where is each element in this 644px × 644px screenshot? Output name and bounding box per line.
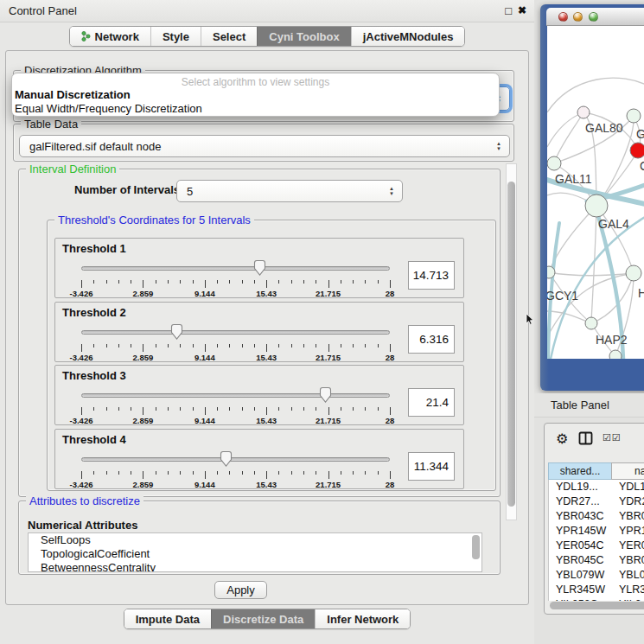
cell-shared-name[interactable]: YLR345W: [549, 583, 613, 597]
column-header-name[interactable]: na: [611, 462, 644, 480]
cell-name[interactable]: YIL0: [613, 597, 644, 601]
attribute-list-item[interactable]: SelfLoops: [29, 533, 481, 547]
cell-name[interactable]: YER0: [613, 539, 644, 553]
slider-thumb[interactable]: [219, 450, 233, 468]
table-row[interactable]: YBR045C YBR0: [549, 553, 644, 568]
threshold-value-field[interactable]: 21.4: [408, 388, 455, 417]
slider-thumb[interactable]: [318, 386, 333, 404]
tick-mark: [242, 280, 243, 284]
slider-track[interactable]: [81, 457, 390, 462]
tab-discretize-data[interactable]: Discretize Data: [211, 609, 315, 628]
tick-mark: [303, 344, 304, 348]
slider-ticks: [81, 280, 390, 288]
tab-label: Infer Network: [327, 613, 399, 626]
threshold-slider[interactable]: -3.4262.8599.14415.4321.71528: [81, 259, 390, 297]
network-node[interactable]: [609, 350, 622, 359]
cell-name[interactable]: YBR0: [613, 553, 644, 568]
cell-shared-name[interactable]: YBR045C: [549, 553, 613, 568]
tick-mark: [328, 280, 329, 288]
network-node[interactable]: [547, 156, 561, 170]
attribute-list-item[interactable]: BetweennessCentrality: [29, 561, 481, 572]
tab-cyni-toolbox[interactable]: Cyni Toolbox: [257, 27, 350, 46]
cell-name[interactable]: YDR2: [613, 494, 644, 509]
table-row[interactable]: YIL052C YIL0: [549, 597, 644, 601]
table-row[interactable]: YDR27... YDR2: [549, 494, 644, 509]
network-node[interactable]: [547, 266, 555, 278]
float-window-icon[interactable]: □: [505, 0, 512, 22]
tick-mark: [328, 344, 329, 352]
control-panel: Control Panel □ ✖ Network Style Select C…: [0, 0, 534, 644]
table-row[interactable]: YLR345W YLR3: [549, 583, 644, 597]
tab-network[interactable]: Network: [70, 27, 150, 46]
cell-name[interactable]: YDL1: [613, 480, 644, 494]
cell-shared-name[interactable]: YER054C: [549, 539, 613, 553]
cell-shared-name[interactable]: YDL19...: [549, 480, 613, 494]
network-edge[interactable]: [547, 78, 644, 112]
cell-shared-name[interactable]: YPR145W: [549, 524, 613, 539]
cell-name[interactable]: YLR3: [613, 583, 644, 597]
slider-thumb[interactable]: [252, 259, 267, 277]
tab-impute-data[interactable]: Impute Data: [124, 609, 211, 628]
table-row[interactable]: YDL19... YDL1: [549, 480, 644, 494]
apply-button[interactable]: Apply: [214, 581, 267, 599]
tab-infer-network[interactable]: Infer Network: [315, 609, 410, 628]
table-row[interactable]: YBL079W YBL0: [549, 568, 644, 583]
table-data-label: Table Data: [21, 118, 81, 131]
number-of-intervals-combobox[interactable]: 5 ▲▼: [176, 180, 403, 202]
tab-select[interactable]: Select: [201, 27, 257, 46]
tab-style[interactable]: Style: [150, 27, 201, 46]
close-panel-icon[interactable]: ✖: [518, 0, 526, 22]
table-row[interactable]: YER054C YER0: [549, 539, 644, 553]
mouse-cursor: [525, 313, 535, 327]
threshold-value-field[interactable]: 6.316: [408, 325, 455, 354]
control-panel-titlebar: Control Panel □ ✖: [0, 0, 534, 22]
threshold-label: Threshold 3: [62, 369, 126, 382]
network-canvas[interactable]: GAL80GALCGAL11GAL4GCY1HHAP2: [547, 26, 644, 359]
tick-label: 28: [386, 480, 395, 489]
threshold-value-field[interactable]: 14.713: [408, 261, 455, 290]
popup-item[interactable]: Manual Discretization: [12, 88, 499, 102]
panel-scrollbar[interactable]: [506, 163, 517, 520]
cell-name[interactable]: YBR0: [613, 509, 644, 524]
table-row[interactable]: YBR043C YBR0: [549, 509, 644, 524]
numerical-attributes-list[interactable]: SelfLoopsTopologicalCoefficientBetweenne…: [28, 532, 482, 572]
network-window-titlebar[interactable]: [546, 8, 644, 26]
list-scrollbar-thumb[interactable]: [472, 535, 480, 559]
columns-icon[interactable]: [578, 431, 593, 445]
threshold-slider[interactable]: -3.4262.8599.14415.4321.71528: [81, 450, 390, 488]
attribute-list-item[interactable]: TopologicalCoefficient: [29, 547, 481, 561]
table-data-combobox[interactable]: galFiltered.sif default node ▲▼: [19, 135, 510, 157]
cell-shared-name[interactable]: YIL052C: [549, 597, 613, 601]
slider-track[interactable]: [81, 330, 390, 335]
tick-mark: [390, 407, 391, 415]
slider-track[interactable]: [81, 266, 390, 271]
network-node[interactable]: [585, 194, 608, 217]
cell-name[interactable]: YPR1: [613, 524, 644, 539]
close-button[interactable]: [558, 12, 568, 22]
gear-icon[interactable]: ⚙: [556, 430, 568, 448]
slider-thumb[interactable]: [169, 323, 184, 341]
threshold-slider[interactable]: -3.4262.8599.14415.4321.71528: [81, 386, 390, 424]
column-header-shared-name[interactable]: shared...: [548, 462, 612, 480]
zoom-button[interactable]: [589, 12, 598, 22]
cell-shared-name[interactable]: YBL079W: [549, 568, 613, 583]
tick-mark: [353, 344, 354, 348]
network-node[interactable]: [627, 109, 641, 123]
threshold-slider[interactable]: -3.4262.8599.14415.4321.71528: [81, 323, 390, 361]
network-node[interactable]: [630, 143, 644, 158]
table-hscrollbar-thumb[interactable]: [550, 602, 644, 609]
tab-jactivemnodules[interactable]: jActiveMNodules: [351, 27, 465, 46]
panel-scrollbar-thumb[interactable]: [507, 182, 515, 507]
table-row[interactable]: YPR145W YPR1: [549, 524, 644, 539]
select-columns-icon[interactable]: ☑☑: [603, 432, 622, 443]
popup-item[interactable]: Equal Width/Frequency Discretization: [12, 102, 499, 116]
network-node[interactable]: [577, 106, 590, 118]
slider-track[interactable]: [81, 393, 390, 398]
cell-shared-name[interactable]: YBR043C: [549, 509, 613, 524]
network-node[interactable]: [626, 265, 641, 281]
threshold-value-field[interactable]: 11.344: [408, 452, 455, 481]
cell-shared-name[interactable]: YDR27...: [549, 494, 613, 509]
network-node[interactable]: [585, 317, 597, 329]
minimize-button[interactable]: [573, 12, 583, 22]
cell-name[interactable]: YBL0: [613, 568, 644, 583]
